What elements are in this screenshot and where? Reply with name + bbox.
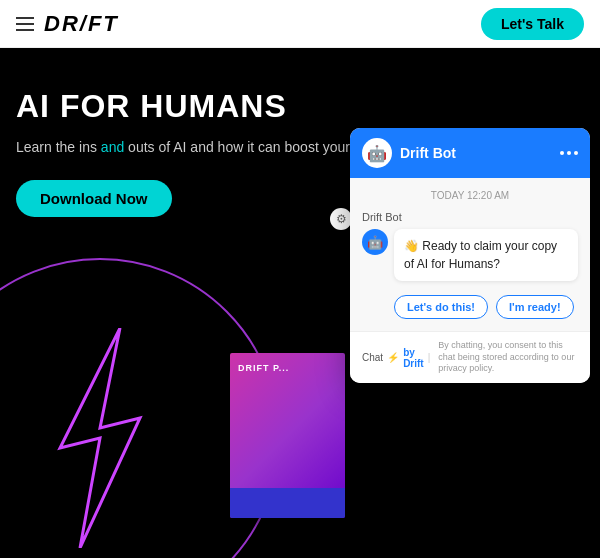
chat-options-icon[interactable] [560, 151, 578, 155]
lightning-icon [30, 328, 170, 548]
chat-timestamp: TODAY 12:20 AM [362, 190, 578, 201]
chat-message-row: 🤖 👋 Ready to claim your copy of AI for H… [362, 229, 578, 281]
chat-footer: Chat ⚡ by Drift | By chatting, you conse… [350, 331, 590, 383]
chat-settings-icon[interactable]: ⚙ [330, 208, 352, 230]
book-mockup: DRIFT P... [230, 353, 345, 518]
bot-avatar-header: 🤖 [362, 138, 392, 168]
chat-header: 🤖 Drift Bot [350, 128, 590, 178]
chat-body: TODAY 12:20 AM Drift Bot 🤖 👋 Ready to cl… [350, 178, 590, 331]
menu-icon[interactable] [16, 17, 34, 31]
chat-footer-policy: By chatting, you consent to this chat be… [438, 340, 578, 375]
book-label: DRIFT P... [238, 363, 289, 373]
navbar: DR/FT Let's Talk [0, 0, 600, 48]
chat-footer-bolt: ⚡ [387, 352, 399, 363]
chat-footer-divider: | [428, 352, 431, 363]
book-bottom-bar [230, 488, 345, 518]
chat-footer-chat: Chat [362, 352, 383, 363]
bot-avatar-small: 🤖 [362, 229, 388, 255]
hero-title: AI FOR HUMANS [16, 88, 584, 125]
chat-action-btn-1[interactable]: Let's do this! [394, 295, 488, 319]
subtitle-text-before: Learn the ins [16, 139, 101, 155]
hero-section: AI FOR HUMANS Learn the ins and outs of … [0, 48, 600, 558]
svg-marker-0 [60, 328, 140, 548]
chat-bubble: 👋 Ready to claim your copy of AI for Hum… [394, 229, 578, 281]
nav-left: DR/FT [16, 11, 119, 37]
chat-widget: 🤖 Drift Bot TODAY 12:20 AM Drift Bot 🤖 👋… [350, 128, 590, 383]
chat-footer-by-drift: by Drift [403, 347, 424, 369]
drift-logo: DR/FT [44, 11, 119, 37]
chat-bot-name: Drift Bot [400, 145, 456, 161]
chat-sender-name: Drift Bot [362, 211, 578, 223]
lets-talk-button[interactable]: Let's Talk [481, 8, 584, 40]
chat-header-left: 🤖 Drift Bot [362, 138, 456, 168]
subtitle-highlight: and [101, 139, 124, 155]
download-now-button[interactable]: Download Now [16, 180, 172, 217]
chat-action-btn-2[interactable]: I'm ready! [496, 295, 574, 319]
chat-actions: Let's do this! I'm ready! [394, 295, 578, 319]
